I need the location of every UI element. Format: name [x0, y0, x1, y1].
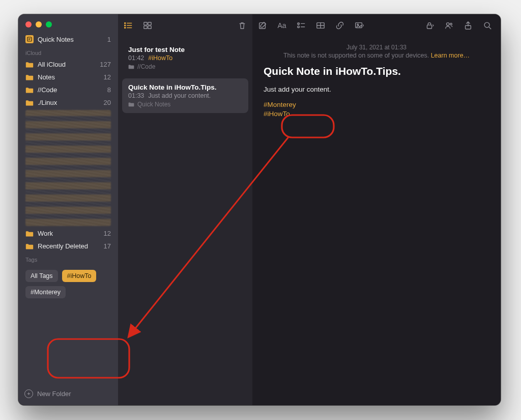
svg-point-2 [125, 25, 126, 26]
sidebar-folder[interactable]: All iCloud127 [22, 58, 114, 71]
plus-circle-icon: + [24, 389, 33, 398]
delete-note-button[interactable] [237, 20, 247, 31]
sidebar-item-label: //Code [38, 86, 57, 94]
svg-rect-7 [144, 22, 147, 25]
note-item-preview: Just add your content. [148, 92, 211, 99]
minimize-window-button[interactable] [36, 21, 42, 27]
note-list: Just for test Note 01:42#iHowTo //Code Q… [118, 37, 252, 117]
sidebar-folder[interactable]: Work12 [22, 227, 114, 240]
svg-point-1 [125, 22, 126, 23]
sidebar-item-label: Quick Notes [38, 36, 74, 43]
redacted-folders [25, 110, 111, 226]
sidebar-folder[interactable]: Notes12 [22, 71, 114, 83]
note-content-pane: Aa [252, 14, 501, 405]
note-item-folder: Quick Notes [137, 101, 170, 108]
sidebar-item-label: ./Linux [38, 99, 57, 106]
svg-rect-10 [148, 26, 151, 29]
sidebar-item-quick-notes[interactable]: Quick Notes 1 [22, 33, 114, 46]
new-folder-label: New Folder [37, 390, 71, 398]
svg-rect-21 [427, 25, 432, 29]
notelist-toolbar [118, 14, 252, 37]
sidebar-item-label: All iCloud [38, 61, 66, 68]
svg-point-25 [484, 22, 489, 27]
note-list-pane: Just for test Note 01:42#iHowTo //Code Q… [118, 14, 252, 405]
svg-line-26 [489, 27, 491, 29]
share-button[interactable] [463, 20, 473, 31]
search-button[interactable] [482, 20, 493, 31]
note-item-title: Just for test Note [128, 46, 242, 53]
content-toolbar: Aa [252, 14, 501, 37]
sidebar-section-icloud: iCloud [22, 46, 114, 58]
sidebar-item-label: Work [38, 230, 53, 237]
sidebar-folder[interactable]: //Code8 [22, 83, 114, 96]
note-list-item[interactable]: Quick Note in iHowTo.Tips. 01:33Just add… [122, 78, 248, 113]
note-hashtags[interactable]: #Monterey#iHowTo [264, 100, 489, 119]
sidebar-section-tags: Tags [22, 253, 114, 265]
quick-notes-icon [25, 35, 34, 43]
svg-point-20 [357, 24, 358, 25]
lock-button[interactable] [424, 20, 435, 31]
svg-rect-8 [148, 22, 151, 25]
note-title[interactable]: Quick Note in iHowTo.Tips. [264, 65, 489, 77]
sidebar: Quick Notes 1 iCloud All iCloud127Notes1… [18, 14, 118, 405]
tag-pill[interactable]: All Tags [25, 270, 58, 282]
note-body[interactable]: July 31, 2021 at 01:33 This note is not … [252, 37, 501, 125]
list-view-button[interactable] [123, 20, 133, 31]
sidebar-item-count: 127 [100, 61, 111, 68]
note-item-tag: #iHowTo [148, 54, 172, 62]
sidebar-item-label: Recently Deleted [38, 242, 88, 250]
sidebar-item-count: 20 [104, 99, 111, 106]
svg-point-14 [298, 26, 300, 28]
svg-point-23 [450, 23, 452, 25]
hashtag[interactable]: #Monterey [264, 100, 489, 109]
note-list-item[interactable]: Just for test Note 01:42#iHowTo //Code [122, 41, 248, 75]
sidebar-item-count: 17 [104, 242, 111, 250]
media-button[interactable] [354, 20, 364, 31]
note-item-time: 01:42 [128, 54, 144, 62]
link-button[interactable] [335, 20, 345, 31]
sidebar-item-count: 12 [104, 230, 111, 237]
new-folder-button[interactable]: + New Folder [18, 383, 118, 405]
sidebar-item-label: Notes [38, 73, 55, 81]
sidebar-folder[interactable]: Recently Deleted17 [22, 240, 114, 253]
note-paragraph[interactable]: Just add your content. [264, 86, 489, 93]
sidebar-item-count: 8 [107, 86, 111, 94]
gallery-view-button[interactable] [142, 20, 153, 31]
hashtag[interactable]: #iHowTo [264, 109, 489, 119]
sidebar-item-count: 12 [104, 73, 111, 81]
compose-button[interactable] [257, 20, 268, 31]
svg-rect-9 [144, 26, 147, 29]
collaborate-button[interactable] [444, 20, 454, 31]
sidebar-item-count: 1 [107, 36, 111, 43]
tag-pill[interactable]: #Monterey [25, 286, 66, 298]
note-item-folder: //Code [137, 63, 155, 70]
table-button[interactable] [315, 20, 326, 31]
svg-rect-0 [27, 37, 32, 41]
tags-container: All Tags#iHowTo#Monterey [22, 265, 114, 302]
sidebar-folder[interactable]: ./Linux20 [22, 96, 114, 109]
learn-more-link[interactable]: Learn more… [431, 52, 470, 59]
close-window-button[interactable] [25, 21, 32, 27]
tag-pill[interactable]: #iHowTo [62, 270, 97, 282]
checklist-button[interactable] [296, 20, 306, 31]
fullscreen-window-button[interactable] [46, 21, 52, 27]
note-timestamp: July 31, 2021 at 01:33 [264, 44, 489, 51]
format-button[interactable]: Aa [277, 20, 287, 31]
svg-point-22 [447, 23, 449, 25]
notes-app-window: Quick Notes 1 iCloud All iCloud127Notes1… [18, 14, 501, 405]
unsupported-banner: This note is not supported on some of yo… [264, 52, 489, 59]
window-controls [18, 14, 118, 33]
note-item-time: 01:33 [128, 92, 144, 99]
note-item-title: Quick Note in iHowTo.Tips. [128, 83, 242, 91]
svg-point-3 [125, 27, 126, 28]
